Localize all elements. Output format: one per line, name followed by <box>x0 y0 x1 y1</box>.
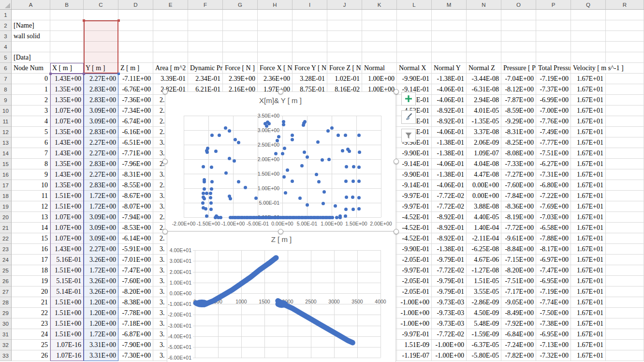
cell-L3[interactable] <box>397 31 432 42</box>
cell-K2[interactable] <box>362 20 397 31</box>
cell-A26[interactable]: 19 <box>12 276 50 287</box>
cell-C25[interactable]: 1.72E+00 <box>84 265 118 276</box>
cell-D5[interactable] <box>118 52 153 63</box>
cell-O16[interactable]: -7.27E+00 <box>501 169 536 180</box>
cell-P27[interactable]: -7.19E+00 <box>536 287 571 297</box>
cell-A10[interactable]: 3 <box>12 106 50 116</box>
cell-P33[interactable]: -7.32E+00 <box>536 350 571 361</box>
cell-A28[interactable]: 21 <box>12 297 50 308</box>
cell-L33[interactable]: -1.19E-07 <box>397 350 432 361</box>
cell-E2[interactable] <box>153 20 188 31</box>
cell-B11[interactable]: 1.07E+00 <box>50 116 84 127</box>
cell-D23[interactable]: -5.91E+00 <box>118 244 153 255</box>
cell-D13[interactable]: -6.51E+00 <box>118 137 153 148</box>
cell-D18[interactable]: -8.67E+00 <box>118 191 153 201</box>
column-header-L[interactable]: L <box>397 0 432 10</box>
cell-Q3[interactable] <box>571 31 606 42</box>
cell-P9[interactable]: -6.99E+00 <box>536 95 571 106</box>
cell-L7[interactable]: -9.90E-01 <box>397 74 432 84</box>
cell-Q7[interactable]: 1.67E+01 <box>571 74 606 84</box>
cell-H2[interactable] <box>258 20 293 31</box>
cell-D15[interactable]: -7.96E+00 <box>118 159 153 169</box>
cell-N28[interactable]: -2.86E-09 <box>467 297 501 308</box>
cell-L18[interactable]: -9.97E-01 <box>397 191 432 201</box>
cell-M4[interactable] <box>432 42 467 52</box>
cell-G3[interactable] <box>223 31 258 42</box>
cell-H4[interactable] <box>258 42 293 52</box>
cell-J5[interactable] <box>327 52 362 63</box>
cell-O8[interactable]: -8.12E+00 <box>501 84 536 95</box>
cell-C1[interactable] <box>84 10 118 20</box>
cell-C18[interactable]: 1.72E+00 <box>84 191 118 201</box>
cell-A17[interactable]: 10 <box>12 180 50 191</box>
cell-Q15[interactable]: 1.67E+01 <box>571 159 606 169</box>
cell-I5[interactable] <box>293 52 327 63</box>
cell-C29[interactable]: 1.20E+00 <box>84 308 118 318</box>
cell-N25[interactable]: -1.27E-08 <box>467 265 501 276</box>
cell-A5[interactable]: [Data] <box>12 52 50 63</box>
cell-A2[interactable]: [Name] <box>12 20 50 31</box>
cell-P28[interactable]: -7.74E+00 <box>536 297 571 308</box>
cell-O30[interactable]: -7.92E+00 <box>501 318 536 329</box>
cell-I4[interactable] <box>293 42 327 52</box>
cell-P8[interactable]: -7.37E+00 <box>536 84 571 95</box>
cell-P15[interactable]: -6.27E+00 <box>536 159 571 169</box>
cell-O17[interactable]: -7.60E+00 <box>501 180 536 191</box>
row-header-16[interactable]: 16 <box>0 169 12 180</box>
cell-B23[interactable]: 1.43E+00 <box>50 244 84 255</box>
cell-C12[interactable]: 2.83E+00 <box>84 127 118 137</box>
column-header-D[interactable]: D <box>118 0 153 10</box>
cell-M6[interactable]: Normal Y <box>432 63 467 74</box>
chart-selection-handle[interactable] <box>162 159 168 164</box>
cell-L6[interactable]: Normal X <box>397 63 432 74</box>
cell-B2[interactable] <box>50 20 84 31</box>
cell-Q28[interactable]: 1.67E+01 <box>571 297 606 308</box>
cell-M16[interactable]: -1.38E-01 <box>432 169 467 180</box>
cell-O11[interactable]: -9.29E+00 <box>501 116 536 127</box>
range-handle[interactable] <box>83 19 85 22</box>
row-header-21[interactable]: 21 <box>0 223 12 233</box>
cell-A24[interactable]: 17 <box>12 255 50 265</box>
cell-I7[interactable]: 3.28E-01 <box>293 74 327 84</box>
cell-A15[interactable]: 8 <box>12 159 50 169</box>
cell-Q4[interactable] <box>571 42 606 52</box>
cell-Q31[interactable]: 1.67E+01 <box>571 329 606 340</box>
cell-M13[interactable]: -1.38E-01 <box>432 137 467 148</box>
cell-D8[interactable]: -6.76E+00 <box>118 84 153 95</box>
range-handle[interactable] <box>117 19 120 22</box>
cell-D20[interactable]: -7.94E+00 <box>118 212 153 223</box>
chart-selection-handle[interactable] <box>278 89 283 94</box>
cell-O4[interactable] <box>501 42 536 52</box>
cell-D1[interactable] <box>118 10 153 20</box>
cell-N29[interactable]: 4.50E-09 <box>467 308 501 318</box>
cell-R3[interactable] <box>606 31 644 42</box>
cell-P7[interactable]: -7.19E+00 <box>536 74 571 84</box>
cell-N1[interactable] <box>467 10 501 20</box>
cell-D16[interactable]: -8.31E+00 <box>118 169 153 180</box>
cell-R22[interactable] <box>606 233 644 244</box>
cell-D22[interactable]: -6.14E+00 <box>118 233 153 244</box>
cell-O1[interactable] <box>501 10 536 20</box>
cell-O32[interactable]: -7.24E+00 <box>501 340 536 350</box>
cell-M32[interactable]: -1.00E+00 <box>432 340 467 350</box>
cell-L32[interactable]: 1.51E-09 <box>397 340 432 350</box>
column-header-O[interactable]: O <box>501 0 536 10</box>
cell-N31[interactable]: -1.59E-09 <box>467 329 501 340</box>
cell-R9[interactable] <box>606 95 644 106</box>
cell-C32[interactable]: 3.31E+00 <box>84 340 118 350</box>
cell-R2[interactable] <box>606 20 644 31</box>
cell-P24[interactable]: -6.97E+00 <box>536 255 571 265</box>
cell-F7[interactable]: 2.34E-01 <box>188 74 223 84</box>
cell-B9[interactable]: 1.35E+00 <box>50 95 84 106</box>
scatter-chart-xy[interactable]: X[m]& Y [ m ] 0.00E+005.00E-011.00E+001.… <box>165 91 396 231</box>
cell-Q27[interactable]: 1.67E+01 <box>571 287 606 297</box>
cell-N24[interactable]: 4.67E-06 <box>467 255 501 265</box>
cell-R15[interactable] <box>606 159 644 169</box>
cell-G6[interactable]: Force [ N ] <box>223 63 258 74</box>
cell-A1[interactable] <box>12 10 50 20</box>
cell-N26[interactable]: 1.51E-05 <box>467 276 501 287</box>
cell-M8[interactable]: -4.06E-01 <box>432 84 467 95</box>
column-header-R[interactable]: R <box>606 0 644 10</box>
cell-O33[interactable]: -7.82E+00 <box>501 350 536 361</box>
cell-D10[interactable]: -7.34E+00 <box>118 106 153 116</box>
